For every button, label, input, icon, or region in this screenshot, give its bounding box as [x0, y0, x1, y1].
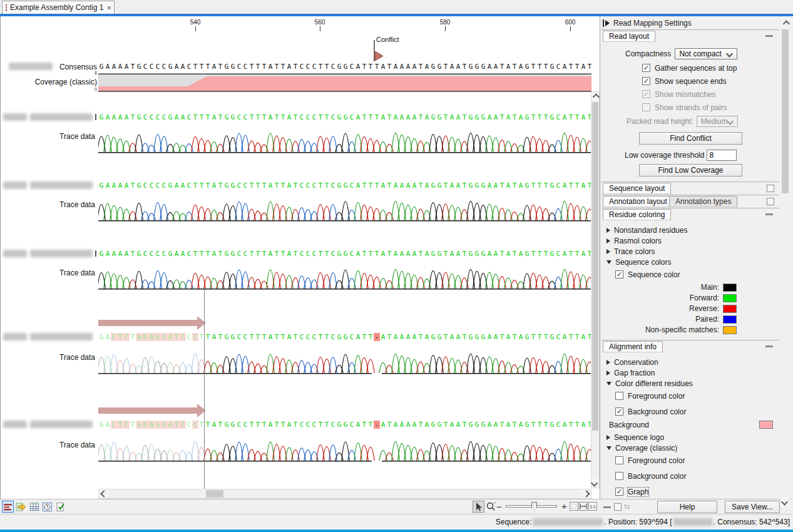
- zoom-in-icon[interactable]: +: [561, 501, 567, 511]
- panel-minimize-icon[interactable]: [603, 506, 611, 508]
- graph-checkbox[interactable]: ✓: [615, 488, 623, 496]
- expand-icon[interactable]: [767, 198, 774, 205]
- tab-annotation-types[interactable]: Annotation types: [669, 196, 737, 207]
- collapse-icon[interactable]: [765, 35, 773, 37]
- scroll-up-icon[interactable]: [593, 93, 600, 100]
- checkbox-row[interactable]: ✓Gather sequences at top: [642, 63, 779, 73]
- scrollbar-thumb[interactable]: [782, 29, 789, 193]
- section-tab[interactable]: Residue coloring: [603, 209, 671, 220]
- zoom-out-icon[interactable]: −: [496, 501, 502, 512]
- section-alignment-info-header[interactable]: Alignment info: [601, 340, 779, 353]
- scroll-right-icon[interactable]: [583, 490, 590, 497]
- fit-selection-button[interactable]: [570, 502, 578, 511]
- color-swatch[interactable]: [723, 315, 737, 324]
- color-swatch[interactable]: [723, 326, 737, 334]
- collapse-icon[interactable]: [765, 345, 773, 347]
- primer-arrow-annotation[interactable]: [98, 315, 207, 331]
- scroll-down-icon[interactable]: [591, 479, 598, 486]
- collapse-icon[interactable]: [765, 213, 773, 215]
- coloring-group-item[interactable]: Trace colors: [606, 247, 779, 255]
- read-sequence[interactable]: GACTCTAGAGGATCCCTTATGGCCTTTATTATCCCTTCGG…: [98, 332, 591, 341]
- panel-restore-icon[interactable]: [614, 503, 622, 511]
- residue: G: [549, 333, 555, 341]
- section-annotation-header[interactable]: Annotation layout Annotation types: [601, 195, 779, 208]
- checkbox-row[interactable]: ✓Show sequence ends: [642, 76, 779, 86]
- checkbox[interactable]: ✓: [642, 64, 650, 72]
- conservation-item[interactable]: Conservation: [606, 358, 779, 366]
- residue: G: [342, 182, 349, 190]
- scrollbar-thumb[interactable]: [592, 102, 598, 431]
- scrollbar-thumb[interactable]: [206, 490, 223, 498]
- read-sequence[interactable]: GAAAATGCCCCGAACTTTATGGCCTTTATTATCCCTTCGG…: [98, 181, 591, 190]
- find-conflict-button[interactable]: Find Conflict: [639, 132, 742, 145]
- fit-width-button[interactable]: [579, 502, 588, 511]
- section-read-layout-header[interactable]: Read layout: [601, 29, 779, 43]
- reads-vertical-scrollbar[interactable]: [591, 91, 600, 488]
- low-coverage-threshold-input[interactable]: [707, 150, 737, 161]
- sequence-color-checkbox[interactable]: ✓: [615, 270, 623, 279]
- scroll-up-icon[interactable]: [782, 20, 789, 27]
- coloring-group-item[interactable]: Nonstandard residues: [606, 226, 779, 234]
- coverage-graph[interactable]: [98, 73, 591, 92]
- open-as-new-view-icon[interactable]: [15, 501, 27, 513]
- residue: C: [186, 182, 192, 190]
- zoom-100-button[interactable]: 1:1: [588, 502, 597, 511]
- scroll-down-icon[interactable]: [780, 498, 787, 505]
- horizontal-scrollbar[interactable]: [98, 489, 591, 499]
- coverage-classic-item[interactable]: Coverage (classic): [606, 444, 779, 452]
- consensus-sequence[interactable]: GAAAATGCCCCGAACTTTATGGCCTTTATTATCCCTTCGG…: [98, 62, 591, 71]
- checkbox-row[interactable]: ✓Show mismatches: [642, 90, 779, 99]
- panel-scrollbar[interactable]: [780, 19, 790, 507]
- element-info-view-icon[interactable]: [54, 501, 66, 513]
- conflict-flag-icon[interactable]: [372, 40, 384, 63]
- cdr-background-checkbox[interactable]: ✓: [615, 407, 623, 416]
- scroll-left-icon[interactable]: [100, 490, 107, 497]
- color-swatch[interactable]: [723, 294, 737, 302]
- color-different-residues-item[interactable]: Color different residues: [606, 379, 779, 387]
- checkbox[interactable]: ✓: [642, 77, 650, 85]
- color-swatch[interactable]: [723, 305, 737, 313]
- read-sequence[interactable]: GAAAATGCCCCGAACTTTATGGCCTTTATTATCCCTTCGG…: [98, 249, 591, 258]
- section-sequence-layout-header[interactable]: Sequence layout: [601, 182, 779, 195]
- find-low-coverage-button[interactable]: Find Low Coverage: [639, 164, 742, 176]
- coloring-group-item[interactable]: Rasmol colors: [606, 237, 779, 245]
- tab-example-assembly-contig[interactable]: Example Assembly Contig 1 ×: [2, 1, 115, 14]
- residue: A: [355, 113, 361, 121]
- section-residue-coloring-body: Nonstandard residuesRasmol colorsTrace c…: [601, 221, 779, 340]
- tab-close-icon[interactable]: ×: [106, 4, 111, 12]
- cdr-foreground-checkbox[interactable]: ✓: [615, 392, 623, 400]
- coverage-foreground-checkbox[interactable]: ✓: [615, 456, 623, 464]
- coverage-background-checkbox[interactable]: ✓: [615, 472, 623, 480]
- help-button[interactable]: Help: [657, 501, 717, 513]
- read-sequence[interactable]: GAAAATGCCCCGAACTTTATGGCCTTTATTATCCCTTCGG…: [98, 113, 591, 121]
- residue: T: [511, 63, 518, 71]
- history-view-icon[interactable]: [41, 501, 53, 513]
- save-view-button[interactable]: Save View...: [725, 501, 780, 513]
- background-color-swatch[interactable]: [759, 421, 773, 429]
- sidepanel-icon[interactable]: [603, 19, 610, 27]
- section-tab[interactable]: Sequence layout: [603, 183, 671, 194]
- selection-tool-icon[interactable]: [473, 501, 484, 513]
- section-tab[interactable]: Read layout: [603, 31, 655, 42]
- residue: A: [449, 113, 455, 121]
- sequence-logo-item[interactable]: Sequence logo: [606, 433, 779, 441]
- residue: T: [274, 113, 280, 121]
- residue: A: [148, 333, 155, 341]
- compactness-dropdown[interactable]: Not compact: [675, 48, 737, 59]
- section-tab[interactable]: Alignment info: [603, 341, 663, 352]
- residue: A: [399, 250, 405, 258]
- expand-icon[interactable]: [767, 185, 774, 192]
- gap-fraction-item[interactable]: Gap fraction: [606, 369, 779, 377]
- color-swatch[interactable]: [723, 284, 737, 292]
- tab-annotation-layout[interactable]: Annotation layout: [603, 196, 673, 207]
- zoom-slider-thumb[interactable]: [531, 502, 537, 510]
- residue: A: [486, 250, 493, 258]
- read-sequence[interactable]: GACTCTAGAGGATCCCTTATGGCCTTTATTATCCCTTCGG…: [98, 420, 591, 429]
- checkbox-row[interactable]: Show strands of pairs: [642, 103, 779, 112]
- graphical-view-icon[interactable]: [2, 501, 14, 513]
- primer-arrow-annotation[interactable]: [98, 402, 207, 419]
- table-view-icon[interactable]: [28, 501, 40, 513]
- zoom-tool-icon[interactable]: [485, 501, 497, 513]
- coloring-group-item[interactable]: Sequence colors: [606, 258, 779, 266]
- section-residue-coloring-header[interactable]: Residue coloring: [601, 208, 779, 221]
